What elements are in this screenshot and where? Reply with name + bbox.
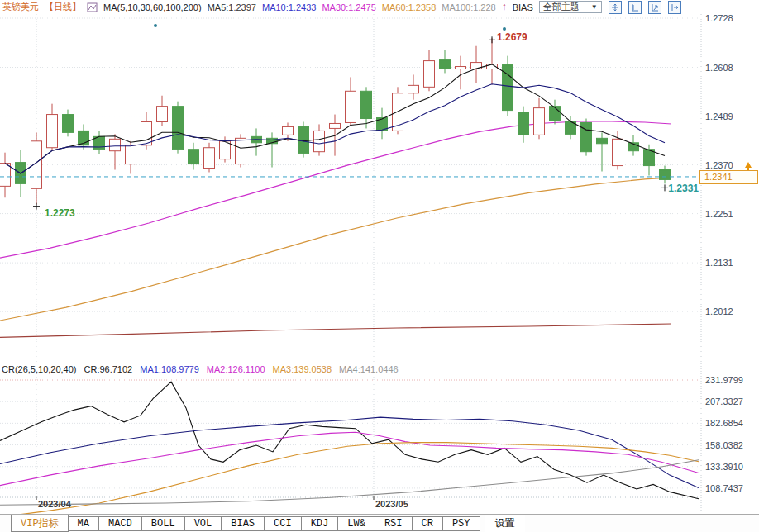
axis-scale-right-button[interactable] xyxy=(648,1,661,14)
cr-axis-label: 133.3910 xyxy=(705,462,743,472)
cr-axis-label: 207.3327 xyxy=(705,397,743,406)
chart-legend-bar: 英镑美元 【日线】 MA(5,10,30,60,100,200) MA5:1.2… xyxy=(2,1,685,13)
cr_ma2-line xyxy=(0,432,699,485)
cr-ma4-value: MA4:141.0446 xyxy=(339,364,399,375)
theme-dropdown[interactable]: 全部主题 ▼ xyxy=(539,1,602,13)
toolbar-item-bias[interactable]: BIAS xyxy=(221,516,265,531)
period-label: 【日线】 xyxy=(45,1,81,13)
chart-canvas[interactable]: 1.26791.22731.2331 xyxy=(0,0,759,532)
cr-axis-label: 182.6854 xyxy=(705,418,743,428)
caret-down-icon: ▼ xyxy=(591,2,598,12)
toolbar-item-psy[interactable]: PSY xyxy=(442,516,480,531)
candle-body xyxy=(613,139,623,165)
toolbar-item-settings[interactable]: 设置 xyxy=(485,515,525,532)
note-dot-marker xyxy=(503,27,506,31)
move-tool-button[interactable] xyxy=(609,1,622,14)
price-axis-label: 1.2608 xyxy=(705,63,733,73)
low-marker xyxy=(33,203,40,210)
candle-body xyxy=(550,107,561,121)
cr-ma1-value: MA1:108.9779 xyxy=(140,364,199,375)
candle-body xyxy=(63,115,74,133)
date-axis-label: 2023/05 xyxy=(375,499,408,509)
panel-divider xyxy=(0,363,759,363)
toolbar-item-lw[interactable]: LW& xyxy=(337,516,375,531)
price-axis-label: 1.2489 xyxy=(705,112,733,121)
ma30-value: MA30:1.2475 xyxy=(322,2,375,12)
price-axis-label: 1.2728 xyxy=(705,13,733,23)
ma-group-label: MA(5,10,30,60,100,200) xyxy=(103,2,202,12)
bias-up-arrow-icon: ↑ xyxy=(502,2,507,12)
low-price-label: 1.2273 xyxy=(45,207,75,219)
symbol-name: 英镑美元 xyxy=(2,1,39,13)
last-price-marker xyxy=(661,184,668,191)
toolbar-item-cci[interactable]: CCI xyxy=(264,516,302,531)
ma100-value: MA100:1.228 xyxy=(442,2,495,12)
candle-body xyxy=(47,115,58,148)
candle-body xyxy=(440,60,451,69)
candle-body xyxy=(283,126,294,135)
toolbar-item-cr[interactable]: CR xyxy=(412,516,443,531)
candle-body xyxy=(534,108,545,135)
toolbar-item-kdj[interactable]: KDJ xyxy=(301,516,339,531)
candle-body xyxy=(0,164,11,187)
candle-body xyxy=(597,138,608,143)
date-axis-label: 2023/04 xyxy=(38,499,71,509)
ma10-value: MA10:1.2433 xyxy=(262,2,316,12)
candle-body xyxy=(346,91,356,122)
candle-body xyxy=(581,122,592,151)
price-axis-label: 1.2251 xyxy=(705,209,733,219)
toolbar-item-ma[interactable]: MA xyxy=(68,516,99,531)
ma60-value: MA60:1.2358 xyxy=(382,2,436,12)
candle-body xyxy=(361,91,372,118)
shift-chart-right-button[interactable] xyxy=(668,1,681,14)
candle-body xyxy=(141,121,152,145)
candle-body xyxy=(660,170,671,180)
candle-body xyxy=(518,112,529,135)
candle-body xyxy=(173,107,184,150)
toolbar-item-vip[interactable]: VIP指标 xyxy=(11,515,69,532)
candle-body xyxy=(220,141,231,159)
indicator-toolbar: VIP指标MAMACDBOLLVOLBIASCCIKDJLW&RSICRPSY设… xyxy=(0,514,759,532)
bias-label: BIAS xyxy=(513,2,533,12)
cr-value: CR:96.7102 xyxy=(84,364,133,375)
cr-axis-label: 158.0382 xyxy=(705,440,743,450)
candle-body xyxy=(189,150,199,164)
cr-line xyxy=(0,382,699,499)
axis-scale-left-button[interactable] xyxy=(628,1,642,14)
chart-style-icon[interactable] xyxy=(87,2,98,12)
price-axis-label: 1.2012 xyxy=(705,306,733,316)
trading-chart-window: { "topbar": { "symbol": "英镑美元", "period"… xyxy=(0,0,759,532)
cr-title: CR(26,5,10,20,40) xyxy=(2,364,77,375)
ma5-value: MA5:1.2397 xyxy=(208,2,256,12)
toolbar-item-rsi[interactable]: RSI xyxy=(375,516,413,531)
candle-body xyxy=(330,123,341,128)
theme-dropdown-label: 全部主题 xyxy=(543,2,580,12)
toolbar-item-vol[interactable]: VOL xyxy=(184,516,222,531)
candle-body xyxy=(204,148,215,169)
cr-indicator-legend: CR(26,5,10,20,40) CR:96.7102 MA1:108.977… xyxy=(2,364,399,375)
cr-ma2-value: MA2:126.1100 xyxy=(207,364,265,375)
toolbar-item-boll[interactable]: BOLL xyxy=(141,516,185,531)
cr-axis-label: 231.9799 xyxy=(705,375,743,385)
high-price-label: 1.2679 xyxy=(497,31,527,43)
last-price-label: 1.2331 xyxy=(668,183,699,194)
ma200-line xyxy=(0,324,671,337)
candle-body xyxy=(314,131,325,151)
price-axis-label: 1.2370 xyxy=(705,160,733,170)
high-marker xyxy=(489,36,495,43)
toolbar-item-macd[interactable]: MACD xyxy=(98,516,142,531)
price-axis-label: 1.2131 xyxy=(705,258,733,268)
candle-body xyxy=(456,67,466,69)
cr-axis-label: 108.7437 xyxy=(705,483,743,493)
candle-body xyxy=(157,107,168,122)
cr-ma3-value: MA3:139.0538 xyxy=(273,364,332,375)
candle-body xyxy=(424,61,435,88)
candle-body xyxy=(126,145,136,164)
candle-body xyxy=(110,139,121,150)
current-price-tag: 1.2341 xyxy=(699,170,758,184)
candle-body xyxy=(236,138,246,164)
candle-body xyxy=(408,85,419,93)
ma60-line xyxy=(0,178,671,321)
note-dot-marker xyxy=(154,24,157,27)
